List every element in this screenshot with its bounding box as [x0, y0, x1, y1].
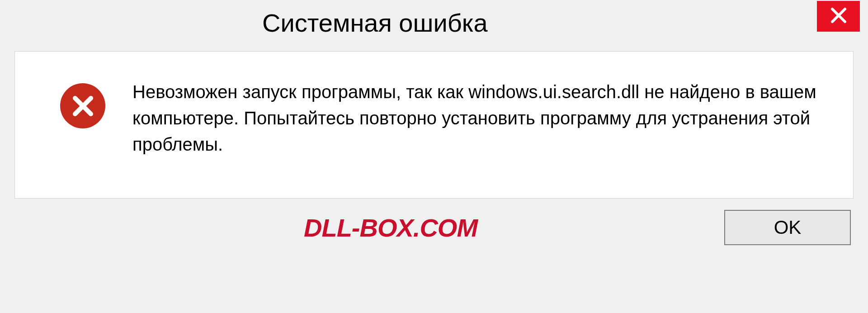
close-button[interactable]: [817, 1, 860, 32]
dialog-title: Системная ошибка: [262, 8, 488, 38]
error-message: Невозможен запуск программы, так как win…: [132, 79, 833, 157]
close-icon: [830, 6, 848, 26]
watermark-text: DLL-BOX.COM: [304, 213, 477, 242]
error-content-panel: Невозможен запуск программы, так как win…: [14, 51, 854, 199]
error-icon: [60, 83, 105, 128]
ok-button[interactable]: OK: [724, 210, 851, 245]
dialog-header: Системная ошибка: [0, 0, 868, 38]
dialog-footer: DLL-BOX.COM OK: [14, 210, 851, 245]
